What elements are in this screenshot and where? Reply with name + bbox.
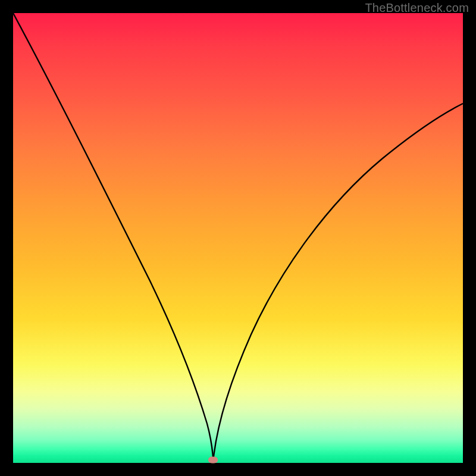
- curve-right-branch: [213, 104, 463, 460]
- chart-frame: [13, 13, 463, 463]
- minimum-marker: [208, 456, 218, 463]
- bottleneck-curve: [13, 13, 463, 463]
- curve-left-branch: [13, 13, 213, 460]
